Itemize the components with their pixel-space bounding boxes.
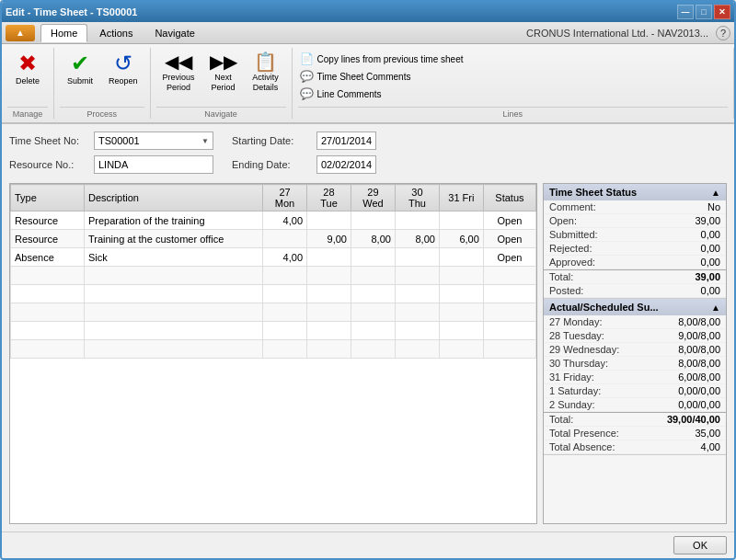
cell-2-7: Open — [483, 248, 535, 267]
cell-7-6 — [439, 340, 483, 359]
starting-date-row: Starting Date: 27/01/2014 — [232, 131, 376, 150]
scheduled-row: 27 Monday:8,00/8,00 — [544, 315, 726, 329]
cell-6-7 — [483, 322, 535, 340]
time-sheet-no-field[interactable]: TS00001 ▼ — [94, 131, 213, 150]
copy-lines-icon: 📄 — [300, 52, 314, 65]
cell-5-3 — [307, 303, 351, 322]
tab-actions[interactable]: Actions — [89, 24, 143, 42]
app-logo: ▲ — [6, 25, 35, 41]
ending-date-row: Ending Date: 02/02/2014 — [232, 155, 376, 174]
reopen-button[interactable]: ↺ Reopen — [102, 48, 144, 91]
ribbon-group-manage: ✖ Delete Manage — [2, 48, 54, 119]
cell-3-3 — [307, 267, 351, 285]
table-row[interactable]: AbsenceSick4,00Open — [11, 248, 536, 267]
cell-4-1 — [84, 285, 262, 303]
cell-5-1 — [84, 303, 262, 322]
status-row: Open:39,00 — [544, 214, 726, 228]
table-row[interactable]: ResourceTraining at the customer office9… — [11, 230, 536, 248]
cell-5-6 — [439, 303, 483, 322]
cell-6-6 — [439, 322, 483, 340]
close-button[interactable]: ✕ — [714, 5, 730, 19]
scheduled-row: 30 Thursday:8,00/8,00 — [544, 357, 726, 371]
manage-group-label: Manage — [7, 107, 48, 119]
cell-6-0 — [11, 322, 85, 340]
cell-3-0 — [11, 267, 85, 285]
table-row[interactable] — [11, 340, 536, 359]
cell-6-5 — [395, 322, 439, 340]
time-sheet-table-container: Type Description 27Mon 28Tue 29Wed 30Thu… — [9, 183, 537, 524]
cell-0-0: Resource — [11, 211, 85, 230]
line-comments-label: Line Comments — [317, 89, 382, 99]
cell-7-5 — [395, 340, 439, 359]
cell-2-3 — [307, 248, 351, 267]
submit-icon: ✔ — [71, 52, 89, 74]
cell-4-7 — [483, 285, 535, 303]
next-period-icon: ▶▶ — [210, 52, 237, 71]
main-content: Type Description 27Mon 28Tue 29Wed 30Thu… — [9, 183, 727, 524]
col-status: Status — [483, 185, 535, 211]
maximize-button[interactable]: □ — [696, 5, 712, 19]
status-section-header[interactable]: Time Sheet Status ▲ — [544, 184, 726, 200]
previous-period-label: PreviousPeriod — [163, 73, 195, 93]
copy-lines-label: Copy lines from previous time sheet — [317, 54, 464, 64]
table-row[interactable]: ResourcePreparation of the training4,00O… — [11, 211, 536, 230]
cell-0-3 — [307, 211, 351, 230]
ok-button[interactable]: OK — [673, 536, 727, 554]
cell-0-4 — [351, 211, 395, 230]
scheduled-section-header[interactable]: Actual/Scheduled Su... ▲ — [544, 299, 726, 315]
cell-1-7: Open — [483, 230, 535, 248]
scheduled-row: 29 Wednesday:8,00/8,00 — [544, 343, 726, 357]
activity-details-icon: 📋 — [254, 52, 277, 71]
resource-no-label: Resource No.: — [9, 159, 83, 170]
cell-0-7: Open — [483, 211, 535, 230]
copy-lines-button[interactable]: 📄 Copy lines from previous time sheet — [298, 51, 466, 66]
status-section: Time Sheet Status ▲ Comment:NoOpen:39,00… — [544, 184, 726, 299]
cell-7-2 — [263, 340, 307, 359]
cell-7-7 — [483, 340, 535, 359]
status-section-title: Time Sheet Status — [549, 187, 637, 198]
cell-1-0: Resource — [11, 230, 85, 248]
scheduled-row: 28 Tuesday:9,00/8,00 — [544, 329, 726, 343]
cell-1-4: 8,00 — [351, 230, 395, 248]
status-row: Submitted:0,00 — [544, 228, 726, 242]
time-sheet-comments-label: Time Sheet Comments — [317, 72, 411, 82]
col-day27: 27Mon — [263, 185, 307, 211]
cell-0-6 — [439, 211, 483, 230]
delete-button[interactable]: ✖ Delete — [7, 48, 48, 91]
lines-group-label: Lines — [298, 107, 728, 119]
cell-0-1: Preparation of the training — [84, 211, 262, 230]
cell-2-6 — [439, 248, 483, 267]
status-rows: Comment:NoOpen:39,00Submitted:0,00Reject… — [544, 200, 726, 298]
time-sheet-comments-button[interactable]: 💬 Time Sheet Comments — [298, 69, 413, 84]
cell-3-5 — [395, 267, 439, 285]
cell-1-1: Training at the customer office — [84, 230, 262, 248]
tab-navigate[interactable]: Navigate — [144, 24, 204, 42]
table-row[interactable] — [11, 322, 536, 340]
status-row: Posted:0,00 — [544, 284, 726, 298]
activity-details-button[interactable]: 📋 ActivityDetails — [246, 48, 286, 97]
ribbon-group-lines: 📄 Copy lines from previous time sheet 💬 … — [293, 48, 734, 119]
submit-button[interactable]: ✔ Submit — [60, 48, 100, 91]
next-period-button[interactable]: ▶▶ NextPeriod — [203, 48, 244, 97]
tab-home[interactable]: Home — [40, 24, 87, 42]
reopen-icon: ↺ — [114, 52, 132, 74]
status-row: Approved:0,00 — [544, 256, 726, 269]
minimize-button[interactable]: — — [677, 5, 694, 19]
table-row[interactable] — [11, 267, 536, 285]
previous-period-button[interactable]: ◀◀ PreviousPeriod — [156, 48, 201, 97]
delete-icon: ✖ — [18, 52, 37, 74]
title-bar-text: Edit - Time Sheet - TS00001 — [6, 6, 137, 17]
starting-date-field[interactable]: 27/01/2014 — [316, 131, 376, 150]
table-row[interactable] — [11, 285, 536, 303]
cell-3-1 — [84, 267, 262, 285]
help-icon[interactable]: ? — [716, 26, 730, 40]
cell-3-4 — [351, 267, 395, 285]
company-info: CRONUS International Ltd. - NAV2013... ? — [526, 26, 730, 40]
scheduled-row: Total:39,00/40,00 — [544, 412, 726, 427]
scheduled-row: 31 Friday:6,00/8,00 — [544, 371, 726, 384]
table-row[interactable] — [11, 303, 536, 322]
cell-4-0 — [11, 285, 85, 303]
resource-no-row: Resource No.: LINDA — [9, 155, 213, 174]
line-comments-button[interactable]: 💬 Line Comments — [298, 86, 384, 101]
time-sheet-no-row: Time Sheet No: TS00001 ▼ — [9, 131, 213, 150]
